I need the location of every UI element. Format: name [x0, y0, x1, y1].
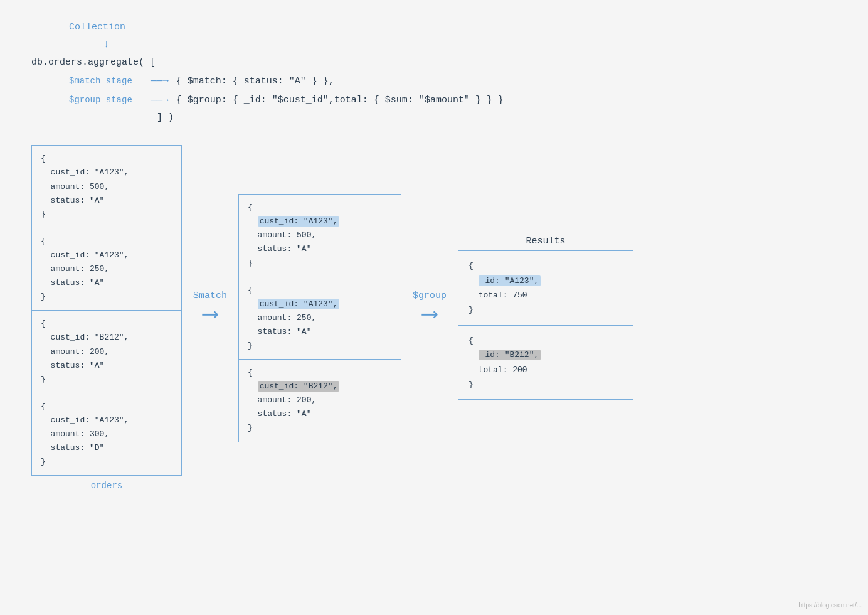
result-highlight-1: _id: "A123", — [479, 275, 541, 286]
results-label: Results — [458, 236, 633, 247]
result-highlight-2: _id: "B212", — [479, 350, 541, 360]
arrow-down: ↓ — [103, 36, 837, 54]
collection-group: { cust_id: "A123", amount: 500, status: … — [31, 145, 182, 491]
collection-name: orders — [91, 481, 122, 491]
stage1-code: { $match: { status: "A" } }, — [176, 73, 334, 90]
diagram-section: { cust_id: "A123", amount: 500, status: … — [31, 145, 837, 491]
match-arrow-label: $match — [193, 291, 227, 301]
code-line-1: db.orders.aggregate( [ — [31, 54, 837, 71]
highlight-cust3: cust_id: "B212", — [258, 381, 340, 392]
doc-box-2: { cust_id: "A123", amount: 250, status: … — [32, 228, 181, 311]
stage2-arrow: ——→ — [151, 92, 169, 110]
highlight-cust2: cust_id: "A123", — [258, 299, 340, 309]
match-boxes: { cust_id: "A123", amount: 500, status: … — [238, 194, 401, 442]
match-result-group: { cust_id: "A123", amount: 500, status: … — [238, 194, 401, 442]
match-box-3: { cust_id: "B212", amount: 200, status: … — [239, 360, 401, 441]
highlight-cust1: cust_id: "A123", — [258, 216, 340, 227]
results-group: Results { _id: "A123", total: 750 } { _i… — [458, 236, 633, 400]
doc-box-4: { cust_id: "A123", amount: 300, status: … — [32, 393, 181, 475]
page-wrapper: Collection ↓ db.orders.aggregate( [ $mat… — [13, 13, 855, 497]
group-arrow-label: $group — [413, 291, 447, 301]
watermark: https://blog.csdn.net/... — [798, 602, 862, 609]
doc-box-1: { cust_id: "A123", amount: 500, status: … — [32, 146, 181, 228]
doc-box-3: { cust_id: "B212", amount: 200, status: … — [32, 311, 181, 393]
stage2-row: $group stage ——→ { $group: { _id: "$cust… — [31, 92, 837, 110]
code-section: Collection ↓ db.orders.aggregate( [ $mat… — [31, 19, 837, 126]
group-big-arrow: ⟶ — [423, 304, 437, 326]
collection-label: Collection — [69, 19, 837, 36]
result-box-1: { _id: "A123", total: 750 } — [458, 251, 633, 326]
stage2-label: $group stage — [69, 92, 151, 108]
stage1-label: $match stage — [69, 73, 151, 89]
result-box-2: { _id: "B212", total: 200 } — [458, 326, 633, 400]
stage2-code: { $group: { _id: "$cust_id",total: { $su… — [176, 92, 504, 109]
collection-doc-boxes: { cust_id: "A123", amount: 500, status: … — [31, 145, 182, 476]
stage1-arrow: ——→ — [151, 72, 169, 90]
results-boxes: { _id: "A123", total: 750 } { _id: "B212… — [458, 250, 633, 400]
match-box-2: { cust_id: "A123", amount: 250, status: … — [239, 277, 401, 360]
match-big-arrow: ⟶ — [203, 304, 217, 326]
group-arrow-block: $group ⟶ — [413, 291, 447, 326]
match-arrow-block: $match ⟶ — [193, 291, 227, 326]
stage1-row: $match stage ——→ { $match: { status: "A"… — [31, 72, 837, 90]
match-box-1: { cust_id: "A123", amount: 500, status: … — [239, 195, 401, 277]
closing-bracket: ] ) — [157, 109, 837, 126]
